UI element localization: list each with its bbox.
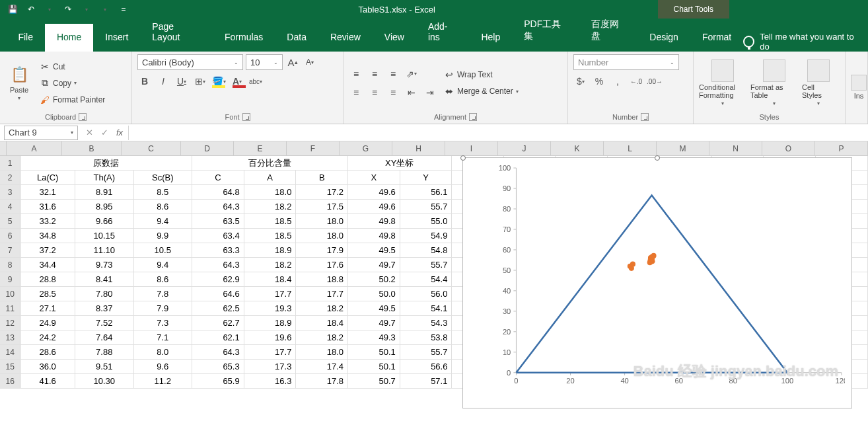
cell[interactable]: 49.7 xyxy=(348,316,400,330)
cell[interactable]: 56.1 xyxy=(400,185,452,199)
cell[interactable]: 7.52 xyxy=(75,316,134,330)
tab-design[interactable]: Design xyxy=(637,24,690,52)
cell[interactable]: Y xyxy=(400,171,452,184)
align-center-icon[interactable]: ≡ xyxy=(367,85,382,100)
tell-me[interactable]: Tell me what you want to do xyxy=(743,32,868,52)
cell[interactable]: 9.66 xyxy=(75,214,134,228)
row-header[interactable]: 3 xyxy=(0,185,20,199)
name-box[interactable]: Chart 9▾ xyxy=(4,126,78,140)
tab-view[interactable]: View xyxy=(373,24,416,52)
col-header-A[interactable]: A xyxy=(7,141,62,155)
conditional-formatting-button[interactable]: Conditional Formatting▾ xyxy=(699,59,746,106)
cell[interactable]: 41.6 xyxy=(20,374,75,388)
cell[interactable]: 36.0 xyxy=(20,360,75,373)
cell[interactable]: 49.6 xyxy=(348,185,400,199)
cell[interactable]: 9.4 xyxy=(134,214,193,228)
number-format-select[interactable]: Number⌄ xyxy=(573,54,679,70)
cell[interactable]: 18.2 xyxy=(244,200,297,213)
cell[interactable]: 11.10 xyxy=(75,243,134,257)
border-button[interactable]: ⊞▾ xyxy=(193,74,207,89)
cell[interactable]: La(C) xyxy=(20,171,75,184)
font-size-select[interactable]: 10⌄ xyxy=(246,54,283,70)
underline-button[interactable]: U▾ xyxy=(174,74,189,89)
cell[interactable]: 18.2 xyxy=(244,258,297,272)
row-header[interactable]: 14 xyxy=(0,345,20,359)
increase-decimal-button[interactable]: ←.0 xyxy=(629,74,643,89)
cell[interactable]: 8.41 xyxy=(75,272,134,286)
cell[interactable]: X xyxy=(348,171,400,184)
tab-help[interactable]: Help xyxy=(469,24,512,52)
cell[interactable]: 54.1 xyxy=(400,301,452,315)
format-as-table-button[interactable]: Format as Table▾ xyxy=(750,59,798,106)
tab-format[interactable]: Format xyxy=(690,24,743,52)
orientation-icon[interactable]: ⇗▾ xyxy=(404,67,419,81)
col-header-I[interactable]: I xyxy=(445,141,498,155)
cell[interactable]: 8.6 xyxy=(134,272,193,286)
cell[interactable]: 7.8 xyxy=(134,287,193,301)
undo-dropdown-icon[interactable]: ▾ xyxy=(41,1,58,18)
col-header-J[interactable]: J xyxy=(498,141,551,155)
row-header[interactable]: 10 xyxy=(0,287,20,301)
cell[interactable]: 18.0 xyxy=(244,185,297,199)
redo-dropdown-icon[interactable]: ▾ xyxy=(78,1,95,18)
cell[interactable]: 17.6 xyxy=(296,258,348,272)
cell[interactable]: 64.8 xyxy=(192,185,244,199)
cell[interactable]: 9.51 xyxy=(75,360,134,373)
col-header-M[interactable]: M xyxy=(657,141,709,155)
cell[interactable]: 16.3 xyxy=(244,374,297,388)
decrease-font-icon[interactable]: A▾ xyxy=(303,55,317,69)
cell[interactable]: B xyxy=(296,171,348,184)
cell[interactable]: 57.1 xyxy=(400,374,452,388)
cut-button[interactable]: ✂Cut xyxy=(37,59,108,74)
qat-customize-icon[interactable]: ▾ xyxy=(96,1,114,18)
row-header[interactable]: 1 xyxy=(0,156,20,170)
cell[interactable]: 32.1 xyxy=(20,185,75,199)
row-header[interactable]: 6 xyxy=(0,229,20,243)
cell[interactable]: 18.0 xyxy=(296,214,348,228)
tab-page-layout[interactable]: Page Layout xyxy=(140,13,213,52)
cell[interactable]: 27.1 xyxy=(20,301,75,315)
decrease-decimal-button[interactable]: .00→ xyxy=(647,74,662,89)
cell[interactable]: 8.91 xyxy=(75,185,134,199)
cell[interactable]: 9.4 xyxy=(134,258,193,272)
row-header[interactable]: 8 xyxy=(0,258,20,272)
col-header-C[interactable]: C xyxy=(122,141,181,155)
cell[interactable]: 64.3 xyxy=(192,345,244,359)
tab-home[interactable]: Home xyxy=(45,24,93,52)
col-header-N[interactable]: N xyxy=(709,141,762,155)
col-header-B[interactable]: B xyxy=(62,141,122,155)
currency-button[interactable]: $▾ xyxy=(573,74,588,89)
chart-object[interactable]: 0102030405060708090100020406080100120 Ba… xyxy=(462,157,852,408)
row-header[interactable]: 9 xyxy=(0,272,20,286)
row-header[interactable]: 5 xyxy=(0,214,20,228)
col-header-O[interactable]: O xyxy=(762,141,815,155)
cell[interactable]: 49.8 xyxy=(348,229,400,243)
cell[interactable]: 55.7 xyxy=(400,258,452,272)
cell[interactable]: 17.9 xyxy=(296,243,348,257)
cell[interactable]: 8.0 xyxy=(134,345,193,359)
cell[interactable]: 34.4 xyxy=(20,258,75,272)
cell[interactable]: 17.7 xyxy=(244,345,297,359)
phonetic-button[interactable]: abc▾ xyxy=(248,74,263,89)
cell[interactable]: 9.9 xyxy=(134,229,193,243)
cell[interactable]: 62.1 xyxy=(192,330,244,344)
decrease-indent-icon[interactable]: ⇤ xyxy=(404,85,419,100)
cell[interactable]: 50.1 xyxy=(348,345,400,359)
cell[interactable]: 62.9 xyxy=(192,272,244,286)
italic-button[interactable]: I xyxy=(156,74,170,89)
cell[interactable]: 54.8 xyxy=(400,243,452,257)
col-header-G[interactable]: G xyxy=(340,141,392,155)
cell[interactable]: 49.5 xyxy=(348,243,400,257)
col-header-D[interactable]: D xyxy=(181,141,234,155)
cell[interactable]: 37.2 xyxy=(20,243,75,257)
cell[interactable]: 50.0 xyxy=(348,287,400,301)
tab-insert[interactable]: Insert xyxy=(93,24,140,52)
cell[interactable]: 50.1 xyxy=(348,360,400,373)
fx-icon[interactable]: fx xyxy=(116,128,123,137)
tab-data[interactable]: Data xyxy=(275,24,318,52)
align-right-icon[interactable]: ≡ xyxy=(386,85,400,100)
cell-styles-button[interactable]: Cell Styles▾ xyxy=(802,59,835,106)
cell[interactable]: 18.4 xyxy=(296,316,348,330)
cell[interactable]: 17.8 xyxy=(296,374,348,388)
merge-center-button[interactable]: ⬌Merge & Center▾ xyxy=(441,84,521,98)
